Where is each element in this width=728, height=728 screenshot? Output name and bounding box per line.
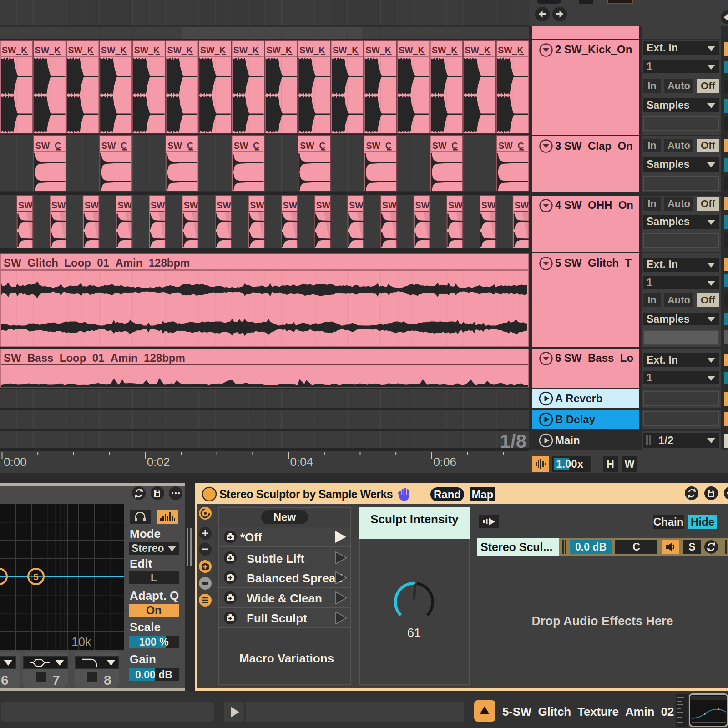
svg-text:SW_C: SW_C xyxy=(167,141,193,151)
svg-text:SW: SW xyxy=(85,200,99,210)
svg-text:0:00: 0:00 xyxy=(4,455,27,469)
svg-text:0:06: 0:06 xyxy=(433,455,456,469)
svg-text:SW_K: SW_K xyxy=(2,45,27,55)
svg-text:SW_K: SW_K xyxy=(68,45,93,55)
svg-text:SW: SW xyxy=(184,200,198,210)
svg-text:SW_K: SW_K xyxy=(267,45,292,55)
svg-text:SW: SW xyxy=(448,200,463,210)
svg-text:SW: SW xyxy=(382,200,397,210)
svg-text:SW: SW xyxy=(51,200,66,210)
svg-text:SW_K: SW_K xyxy=(200,45,226,55)
svg-text:SW_C: SW_C xyxy=(101,141,127,151)
svg-text:SW_K: SW_K xyxy=(167,45,192,55)
svg-text:5: 5 xyxy=(33,572,38,582)
svg-text:SW: SW xyxy=(283,200,298,210)
svg-text:SW_K: SW_K xyxy=(35,45,61,55)
svg-text:SW: SW xyxy=(316,200,331,210)
svg-text:10k: 10k xyxy=(71,635,91,649)
svg-text:SW_K: SW_K xyxy=(366,45,391,55)
svg-text:SW: SW xyxy=(349,200,364,210)
svg-text:SW: SW xyxy=(217,200,232,210)
svg-text:SW_C: SW_C xyxy=(234,141,259,151)
svg-text:SW_K: SW_K xyxy=(399,45,424,55)
svg-text:SW_C: SW_C xyxy=(366,141,392,151)
svg-text:SW_K: SW_K xyxy=(333,45,358,55)
svg-text:SW_K: SW_K xyxy=(498,45,523,55)
svg-text:SW_K: SW_K xyxy=(134,45,160,55)
svg-text:SW: SW xyxy=(117,200,132,210)
svg-text:SW_Bass_Loop_01_Amin_128bpm: SW_Bass_Loop_01_Amin_128bpm xyxy=(4,352,185,364)
svg-text:SW_C: SW_C xyxy=(432,141,458,151)
svg-text:SW: SW xyxy=(18,200,33,210)
svg-text:SW_K: SW_K xyxy=(299,45,325,55)
svg-text:SW_C: SW_C xyxy=(498,141,524,151)
svg-text:SW_K: SW_K xyxy=(432,45,457,55)
svg-text:SW_C: SW_C xyxy=(35,141,61,151)
svg-text:SW: SW xyxy=(250,200,264,210)
svg-text:SW_K: SW_K xyxy=(233,45,259,55)
svg-text:SW: SW xyxy=(151,200,165,210)
svg-text:0:02: 0:02 xyxy=(147,455,170,469)
svg-text:SW_K: SW_K xyxy=(465,45,490,55)
svg-text:SW_Glitch_Loop_01_Amin_128bpm: SW_Glitch_Loop_01_Amin_128bpm xyxy=(4,257,190,269)
svg-text:SW: SW xyxy=(515,200,529,210)
svg-text:SW_K: SW_K xyxy=(101,45,126,55)
svg-text:SW: SW xyxy=(481,200,496,210)
svg-text:0:04: 0:04 xyxy=(290,455,313,469)
svg-text:SW: SW xyxy=(415,200,430,210)
svg-text:SW_C: SW_C xyxy=(300,141,325,151)
svg-text:1/8: 1/8 xyxy=(500,430,526,452)
